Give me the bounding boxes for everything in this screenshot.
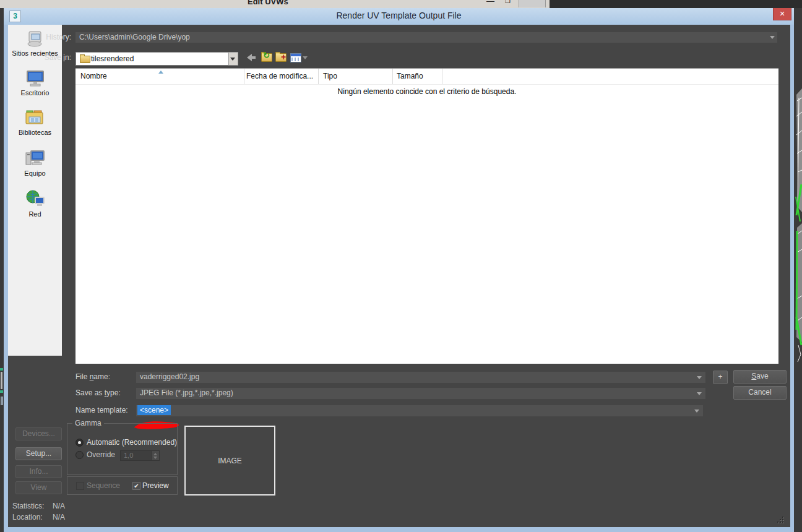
gamma-group-title: Gamma <box>72 419 104 427</box>
column-separator[interactable] <box>442 69 442 84</box>
column-header-name[interactable]: Nombre <box>80 72 107 80</box>
gamma-automatic-label[interactable]: Automatic (Recommended) <box>87 438 177 447</box>
gamma-override-value: 1,0 <box>124 452 133 459</box>
gamma-override-spinner[interactable]: 1,0 <box>120 450 160 461</box>
cancel-button[interactable]: Cancel <box>733 386 787 400</box>
add-template-button[interactable]: + <box>713 371 728 384</box>
save-in-dropdown-button[interactable] <box>228 52 238 66</box>
column-separator[interactable] <box>244 69 244 84</box>
info-button[interactable]: Info... <box>15 465 62 478</box>
chevron-down-icon <box>303 56 308 59</box>
network-icon <box>25 189 46 209</box>
save-button[interactable]: Save <box>733 370 787 384</box>
places-sidebar: Sitios recientes Escritorio <box>8 25 62 356</box>
dialog-title: Render UV Template Output File <box>4 11 794 20</box>
background-window-button[interactable] <box>519 0 546 7</box>
chevron-down-icon[interactable] <box>770 36 775 39</box>
save-in-value: tilesrendered <box>91 53 134 65</box>
view-button[interactable]: View <box>15 481 62 494</box>
file-name-value: vaderrigged02.jpg <box>140 372 199 381</box>
save-as-type-dropdown[interactable]: JPEG File (*.jpg,*.jpe,*.jpeg) <box>136 388 705 399</box>
setup-button[interactable]: Setup... <box>15 447 62 460</box>
sidebar-item-label: Escritorio <box>21 89 50 97</box>
sidebar-item-libraries[interactable]: Bibliotecas <box>19 109 51 136</box>
sequence-preview-group: Sequence ✔ Preview <box>67 476 178 495</box>
gamma-override-label[interactable]: Override <box>87 450 115 459</box>
image-preview-box: IMAGE <box>184 426 275 496</box>
image-preview-label: IMAGE <box>218 457 242 465</box>
column-separator[interactable] <box>392 69 393 84</box>
back-button-icon[interactable] <box>247 53 257 62</box>
new-folder-button[interactable]: + <box>275 53 287 62</box>
sidebar-item-label: Bibliotecas <box>19 129 51 136</box>
sidebar-item-network[interactable]: Red <box>25 189 46 218</box>
background-left-teal-dot <box>0 368 3 371</box>
spinner-up-icon[interactable] <box>153 453 157 455</box>
file-list[interactable]: Nombre Fecha de modifica... Tipo Tamaño … <box>75 68 778 364</box>
location-value: N/A <box>53 513 65 521</box>
background-uv-editor-sliver <box>794 8 802 532</box>
save-in-combobox[interactable]: tilesrendered <box>75 52 229 66</box>
chevron-down-icon[interactable] <box>697 392 702 395</box>
preview-label[interactable]: Preview <box>142 481 169 490</box>
uv-wireframe <box>794 8 802 532</box>
background-window-titlebar: Edit UVWs — ❐ <box>0 0 550 8</box>
chevron-down-icon[interactable] <box>694 410 699 413</box>
gamma-group: Gamma Automatic (Recommended) Override 1… <box>67 423 178 475</box>
background-left-glyph <box>1 397 3 405</box>
save-as-type-value: JPEG File (*.jpg,*.jpe,*.jpeg) <box>140 388 233 397</box>
preview-checkbox[interactable]: ✔ <box>132 482 140 490</box>
column-header-type[interactable]: Tipo <box>323 72 337 80</box>
column-separator[interactable] <box>318 69 319 84</box>
column-header-date-modified[interactable]: Fecha de modifica... <box>246 72 313 80</box>
sidebar-item-label: Red <box>28 210 41 218</box>
sort-ascending-icon <box>158 71 163 74</box>
libraries-icon <box>24 109 45 127</box>
statistics-value: N/A <box>53 502 65 510</box>
history-dropdown[interactable]: C:\Users\admin\Google Drive\yop <box>75 32 777 43</box>
history-label: History: <box>33 33 71 41</box>
gamma-automatic-radio[interactable] <box>75 439 84 447</box>
devices-button[interactable]: Devices... <box>15 427 62 440</box>
statistics-label: Statistics: <box>12 502 44 510</box>
render-uv-template-dialog: 3 Render UV Template Output File ✕ Histo… <box>4 8 794 532</box>
dialog-content: History: C:\Users\admin\Google Drive\yop… <box>8 25 790 527</box>
up-folder-button[interactable]: ↻ <box>261 53 272 62</box>
dialog-titlebar[interactable]: 3 Render UV Template Output File ✕ <box>4 8 794 25</box>
chevron-down-icon <box>230 58 235 61</box>
close-button[interactable]: ✕ <box>773 8 791 20</box>
name-template-label: Name template: <box>75 406 128 414</box>
computer-icon <box>24 148 45 168</box>
sequence-label[interactable]: Sequence <box>87 481 120 490</box>
spinner-down-icon[interactable] <box>153 457 157 459</box>
background-left-bar <box>1 372 2 389</box>
desktop-icon <box>25 69 46 88</box>
resize-grip[interactable] <box>777 517 785 524</box>
column-header-size[interactable]: Tamaño <box>397 72 423 80</box>
sidebar-item-computer[interactable]: Equipo <box>24 148 45 177</box>
file-name-input[interactable]: vaderrigged02.jpg <box>136 372 705 383</box>
background-window-dark-area <box>550 0 802 8</box>
chevron-down-icon[interactable] <box>697 376 702 379</box>
spinner-buttons[interactable] <box>151 451 159 460</box>
history-value: C:\Users\admin\Google Drive\yop <box>79 33 190 41</box>
sequence-checkbox[interactable] <box>76 482 84 490</box>
save-in-label: Save in: <box>33 53 71 62</box>
file-name-label: File name: <box>75 372 110 381</box>
name-template-value-selected: <scene> <box>137 405 171 415</box>
save-as-type-label: Save as type: <box>75 388 121 397</box>
empty-list-message: Ningún elemento coincide con el criterio… <box>75 87 778 96</box>
background-left-teal-dot2 <box>0 390 3 393</box>
minimize-icon[interactable]: — <box>486 0 494 6</box>
maximize-icon[interactable]: ❐ <box>505 0 511 4</box>
plus-icon: + <box>281 52 286 62</box>
name-template-dropdown[interactable]: <scene> <box>136 405 703 416</box>
location-label: Location: <box>12 513 43 521</box>
view-grid-icon <box>290 53 301 62</box>
file-list-header: Nombre Fecha de modifica... Tipo Tamaño <box>75 69 778 85</box>
screen: Edit UVWs — ❐ <box>0 0 802 532</box>
refresh-icon: ↻ <box>263 51 270 60</box>
gamma-override-radio[interactable] <box>75 451 84 459</box>
sidebar-item-desktop[interactable]: Escritorio <box>21 69 50 97</box>
sidebar-item-label: Equipo <box>24 169 45 177</box>
